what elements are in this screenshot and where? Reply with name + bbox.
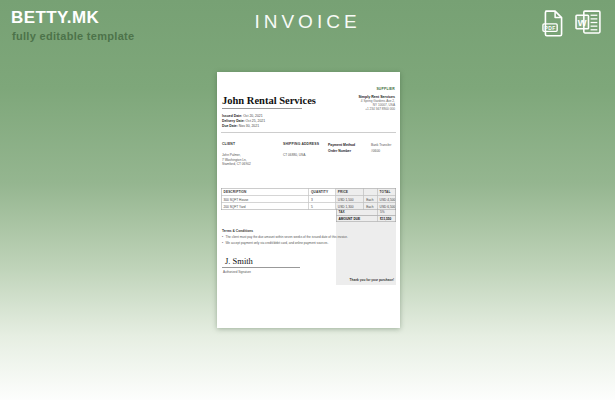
shipping-block: SHIPPING ADDRESS CT 06880, USA.	[283, 142, 319, 157]
supplier-label: SUPPLIER	[358, 87, 395, 91]
order-number-label: Order Number	[328, 148, 355, 154]
table-row: 300 SQFT House 3 USD 1,500 Each USD 4,50…	[222, 196, 396, 203]
title-underline	[222, 109, 302, 110]
shipping-address: CT 06880, USA.	[283, 153, 319, 158]
order-number-value: #0600	[371, 148, 391, 154]
shipping-label: SHIPPING ADDRESS	[283, 142, 319, 146]
thank-you-note: Thank you for your purchase!	[350, 278, 394, 282]
col-price: PRICE	[336, 189, 364, 196]
download-pdf-button[interactable]: PDF	[540, 9, 567, 37]
tax-row: TAX 5%	[337, 209, 396, 216]
page-title: INVOICE	[0, 11, 615, 33]
col-total: TOTAL	[378, 189, 396, 196]
due-date: Due Date: Nov 30, 2021	[222, 124, 265, 129]
pdf-file-icon: PDF	[540, 25, 567, 40]
totals-box: TAX 5% AMOUNT DUE $11,550	[336, 209, 396, 223]
col-quantity: QUANTITY	[309, 189, 336, 196]
word-file-icon: W	[575, 23, 602, 38]
tax-value: 5%	[378, 209, 396, 216]
col-unit	[364, 189, 377, 196]
amount-due-label: AMOUNT DUE	[337, 216, 379, 222]
svg-text:PDF: PDF	[545, 26, 556, 31]
terms-item: We accept payment only via credit/debit …	[222, 241, 348, 245]
signature-name: J. Smith	[222, 256, 300, 268]
terms-title: Terms & Conditions	[222, 229, 348, 233]
signature-label: Authorized Signature	[222, 270, 300, 273]
tax-label: TAX	[337, 209, 379, 216]
supplier-phone: +1 234 567 8900 000	[358, 107, 395, 111]
header-divider	[221, 132, 396, 133]
svg-text:W: W	[578, 18, 587, 28]
client-block: CLIENT John Palmer, 7 Washington Ln, Sta…	[222, 142, 251, 166]
col-description: DESCRIPTION	[222, 189, 309, 196]
payment-values: Bank Transfer #0600	[371, 142, 391, 154]
terms-section: Terms & Conditions The client must pay t…	[222, 229, 348, 245]
client-address: John Palmer, 7 Washington Ln, Stamford, …	[222, 153, 251, 167]
amount-due-row: AMOUNT DUE $11,550	[337, 215, 396, 222]
client-label: CLIENT	[222, 142, 251, 146]
issued-date: Issued Date: Oct 20, 2021	[222, 113, 265, 118]
supplier-block: SUPPLIER Simply Rent Services 4 Spring G…	[358, 87, 395, 111]
invoice-preview: SUPPLIER Simply Rent Services 4 Spring G…	[217, 72, 400, 328]
signature-block: J. Smith Authorized Signature	[222, 256, 300, 273]
payment-labels: Payment Method Order Number	[328, 142, 355, 154]
items-table-header: DESCRIPTION QUANTITY PRICE TOTAL	[222, 189, 396, 196]
items-table: DESCRIPTION QUANTITY PRICE TOTAL 300 SQF…	[221, 188, 396, 210]
invoice-dates: Issued Date: Oct 20, 2021 Delivery Date:…	[222, 113, 265, 129]
terms-item: The client must pay the due amount withi…	[222, 235, 348, 239]
download-buttons: PDF W	[540, 9, 602, 37]
invoice-company-title: John Rental Services	[222, 94, 316, 107]
invoice-page: SUPPLIER Simply Rent Services 4 Spring G…	[217, 72, 400, 328]
amount-due-value: $11,550	[378, 216, 396, 222]
download-word-button[interactable]: W	[575, 9, 602, 37]
